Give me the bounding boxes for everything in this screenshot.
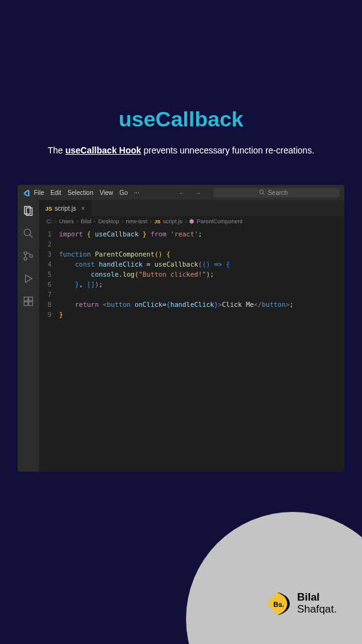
- search-panel-icon[interactable]: [23, 228, 34, 239]
- code-content[interactable]: import { useCallback } from 'react'; fun…: [57, 226, 344, 472]
- run-debug-icon[interactable]: [23, 273, 34, 284]
- breadcrumb-part: Desktop: [99, 218, 119, 225]
- tab-filename: script.js: [55, 205, 76, 212]
- extensions-icon[interactable]: [23, 296, 34, 307]
- kw: function: [59, 250, 91, 258]
- code-area[interactable]: 1 2 3 4 5 6 7 8 9 import { useCallback }…: [39, 226, 344, 472]
- line-number: 4: [39, 259, 52, 269]
- nav-back-icon[interactable]: ←: [178, 189, 185, 196]
- breadcrumb-part: Bilal: [81, 218, 92, 225]
- js-file-icon: JS: [45, 206, 52, 212]
- svg-rect-12: [24, 302, 28, 306]
- svg-rect-13: [29, 302, 33, 306]
- svg-rect-11: [29, 297, 33, 301]
- tagname: button: [262, 301, 286, 308]
- explorer-icon[interactable]: [23, 205, 34, 216]
- menu-edit[interactable]: Edit: [50, 189, 61, 196]
- js-file-icon: JS: [155, 219, 161, 225]
- svg-point-7: [24, 257, 27, 260]
- author-logo-icon: Bs.: [265, 590, 292, 618]
- activity-bar: [18, 200, 39, 472]
- line-number: 1: [39, 229, 52, 239]
- chevron-right-icon: ›: [122, 218, 124, 225]
- menu-view[interactable]: View: [100, 189, 114, 196]
- identifier: console: [91, 270, 119, 278]
- vscode-icon: [23, 189, 30, 196]
- kw: const: [75, 260, 95, 268]
- svg-line-5: [30, 235, 33, 238]
- identifier: handleClick: [99, 260, 143, 268]
- call: useCallback: [155, 260, 199, 268]
- breadcrumb-part: new-test: [126, 218, 148, 225]
- breadcrumb-part: ParentComponent: [197, 218, 243, 225]
- page-title: useCallback: [0, 107, 362, 131]
- identifier: handleClick: [170, 301, 214, 308]
- svg-line-1: [263, 193, 264, 194]
- tagname: button: [107, 301, 131, 308]
- menu-bar: File Edit Selection View Go ··· ← → Sear…: [18, 185, 344, 200]
- chevron-right-icon: ›: [55, 218, 57, 225]
- fn-name: ParentComponent: [95, 250, 155, 258]
- chevron-right-icon: ›: [185, 218, 187, 225]
- search-input[interactable]: Search: [214, 188, 339, 197]
- menu-file[interactable]: File: [34, 189, 44, 196]
- chevron-right-icon: ›: [77, 218, 79, 225]
- identifier: useCallback: [95, 230, 139, 238]
- breadcrumb[interactable]: C:› Users› Bilal› Desktop› new-test› JS …: [39, 216, 344, 226]
- menu-selection[interactable]: Selection: [67, 189, 93, 196]
- breadcrumb-part: script.js: [163, 218, 182, 225]
- svg-text:Bs.: Bs.: [273, 601, 284, 608]
- menu-more[interactable]: ···: [134, 189, 139, 196]
- subtitle-suffix: prevents unnecessary function re-creatio…: [141, 145, 314, 155]
- tab-bar: JS script.js ×: [39, 200, 344, 216]
- line-number: 5: [39, 269, 52, 279]
- tab-scriptjs[interactable]: JS script.js ×: [39, 200, 91, 216]
- line-number: 3: [39, 249, 52, 259]
- subtitle-prefix: The: [48, 145, 65, 155]
- symbol-icon: ⬢: [189, 218, 194, 225]
- page-subtitle: The useCallback Hook prevents unnecessar…: [0, 144, 362, 157]
- menu-go[interactable]: Go: [119, 189, 128, 196]
- line-number: 9: [39, 309, 52, 319]
- subtitle-highlight: useCallback Hook: [65, 145, 141, 155]
- chevron-right-icon: ›: [94, 218, 96, 225]
- svg-marker-9: [26, 275, 33, 282]
- string: "Button clicked!": [138, 270, 206, 278]
- line-number: 2: [39, 239, 52, 249]
- author-firstname: Bilal: [297, 592, 337, 604]
- search-icon: [259, 189, 265, 196]
- breadcrumb-part: Users: [59, 218, 74, 225]
- code-editor-window: File Edit Selection View Go ··· ← → Sear…: [18, 185, 344, 472]
- kw: import: [59, 230, 83, 238]
- svg-point-8: [30, 255, 33, 258]
- author-badge: Bs. Bilal Shafqat.: [265, 590, 337, 618]
- svg-point-0: [260, 190, 263, 194]
- svg-point-6: [24, 252, 27, 255]
- attr: onClick: [134, 301, 162, 308]
- line-gutter: 1 2 3 4 5 6 7 8 9: [39, 226, 57, 472]
- line-number: 6: [39, 279, 52, 289]
- jsx-text: Click Me: [222, 301, 254, 308]
- breadcrumb-part: C:: [47, 218, 52, 225]
- arrow: =>: [214, 260, 222, 268]
- line-number: 8: [39, 299, 52, 309]
- source-control-icon[interactable]: [23, 250, 34, 262]
- close-tab-icon[interactable]: ×: [81, 205, 85, 212]
- nav-forward-icon[interactable]: →: [195, 189, 201, 196]
- string: 'react': [170, 230, 198, 238]
- search-placeholder: Search: [268, 189, 288, 196]
- kw: from: [150, 230, 166, 238]
- kw: return: [75, 301, 99, 308]
- call: log: [123, 270, 134, 278]
- author-surname: Shafqat.: [297, 604, 337, 616]
- footer-background: [186, 512, 362, 644]
- svg-rect-10: [24, 297, 28, 301]
- chevron-right-icon: ›: [150, 218, 152, 225]
- line-number: 7: [39, 289, 52, 299]
- svg-point-4: [24, 229, 31, 236]
